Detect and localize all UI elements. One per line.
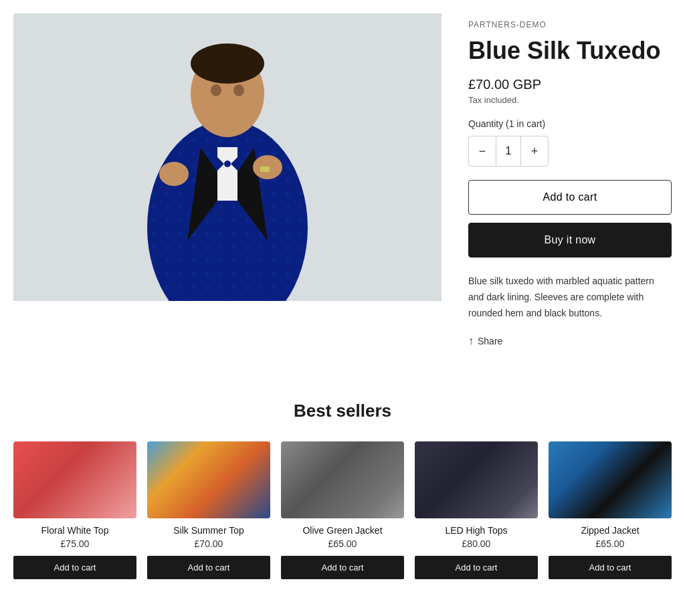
best-sellers-section: Best sellers Floral White Top £75.00 Add… <box>13 387 672 593</box>
svg-point-8 <box>224 161 231 167</box>
product-description: Blue silk tuxedo with marbled aquatic pa… <box>468 274 672 321</box>
card-price: £65.00 <box>281 538 404 549</box>
product-image-svg <box>13 13 442 301</box>
card-price: £80.00 <box>415 538 538 549</box>
card-image <box>281 441 404 518</box>
svg-point-11 <box>211 84 221 96</box>
product-card: Olive Green Jacket £65.00 Add to cart <box>281 441 404 579</box>
product-section: PARTNERS-DEMO Blue Silk Tuxedo £70.00 GB… <box>13 13 672 347</box>
add-to-cart-button[interactable]: Add to cart <box>468 180 672 215</box>
products-grid: Floral White Top £75.00 Add to cart Silk… <box>13 441 672 579</box>
card-add-to-cart-button[interactable]: Add to cart <box>13 556 136 579</box>
card-image <box>147 441 270 518</box>
buy-now-button[interactable]: Buy it now <box>468 223 672 258</box>
quantity-control: − 1 + <box>468 136 549 167</box>
share-icon: ↑ <box>468 335 474 347</box>
svg-rect-5 <box>217 147 237 201</box>
best-sellers-title: Best sellers <box>13 401 672 421</box>
card-name: LED High Tops <box>415 525 538 536</box>
card-name: Olive Green Jacket <box>281 525 404 536</box>
product-price: £70.00 GBP <box>468 77 672 92</box>
product-image <box>13 13 442 301</box>
share-button[interactable]: ↑ Share <box>468 335 502 347</box>
quantity-label: Quantity (1 in cart) <box>468 118 672 129</box>
card-price: £70.00 <box>147 538 270 549</box>
svg-point-13 <box>159 162 189 186</box>
card-add-to-cart-button[interactable]: Add to cart <box>415 556 538 579</box>
card-price: £75.00 <box>13 538 136 549</box>
product-info: PARTNERS-DEMO Blue Silk Tuxedo £70.00 GB… <box>468 13 672 347</box>
tax-info: Tax included. <box>468 95 672 105</box>
card-image <box>13 441 136 518</box>
card-name: Zipped Jacket <box>549 525 672 536</box>
card-add-to-cart-button[interactable]: Add to cart <box>549 556 672 579</box>
card-add-to-cart-button[interactable]: Add to cart <box>281 556 404 579</box>
card-price: £65.00 <box>549 538 672 549</box>
quantity-value: 1 <box>496 136 521 166</box>
product-title: Blue Silk Tuxedo <box>468 36 672 65</box>
svg-rect-15 <box>260 166 270 173</box>
product-card: Floral White Top £75.00 Add to cart <box>13 441 136 579</box>
card-image <box>415 441 538 518</box>
product-card: LED High Tops £80.00 Add to cart <box>415 441 538 579</box>
card-image <box>549 441 672 518</box>
share-label: Share <box>478 336 502 346</box>
quantity-decrease-button[interactable]: − <box>469 136 496 166</box>
card-name: Silk Summer Top <box>147 525 270 536</box>
vendor-label: PARTNERS-DEMO <box>468 20 672 29</box>
svg-point-10 <box>191 43 264 84</box>
quantity-increase-button[interactable]: + <box>521 136 548 166</box>
card-name: Floral White Top <box>13 525 136 536</box>
svg-point-12 <box>233 84 244 96</box>
card-add-to-cart-button[interactable]: Add to cart <box>147 556 270 579</box>
page-wrapper: PARTNERS-DEMO Blue Silk Tuxedo £70.00 GB… <box>0 0 685 606</box>
product-card: Zipped Jacket £65.00 Add to cart <box>549 441 672 579</box>
product-card: Silk Summer Top £70.00 Add to cart <box>147 441 270 579</box>
product-image-container <box>13 13 442 347</box>
